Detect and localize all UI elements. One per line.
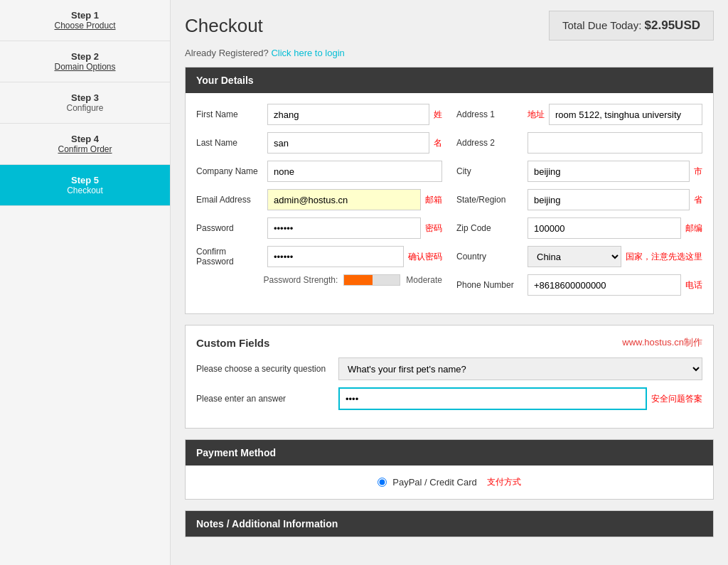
zip-hint: 邮编 [685,222,702,235]
last-name-label: Last Name [196,138,267,148]
password-input[interactable] [267,217,421,239]
step5-sub: Checkout [7,185,163,195]
answer-input[interactable] [338,387,647,410]
state-input[interactable] [528,189,690,210]
email-input[interactable] [267,189,421,210]
country-row: Country China United States 国家，注意先选这里 [456,246,702,267]
confirm-password-label: Confirm Password [196,247,267,267]
step4-sub: Confirm Order [7,144,163,154]
confirm-password-hint: 确认密码 [408,251,442,263]
state-hint: 省 [694,194,702,206]
pwd-bar-empty [373,275,400,285]
paypal-radio[interactable] [378,478,387,487]
password-strength-row: Password Strength: Moderate [196,274,442,286]
city-label: City [456,166,528,176]
first-name-row: First Name 姓 [196,104,442,125]
first-name-label: First Name [196,109,267,119]
zip-row: Zip Code 邮编 [456,217,702,239]
first-name-hint: 姓 [434,109,442,121]
already-registered: Already Registered? Click here to login [185,48,714,58]
phone-input[interactable] [528,274,681,296]
custom-fields-header-row: Custom Fields www.hostus.cn制作 [196,336,702,349]
security-question-row: Please choose a security question What's… [196,357,702,380]
address1-label: Address 1 [456,109,528,119]
payment-header: Payment Method [186,440,713,466]
sidebar-item-step4[interactable]: Step 4 Confirm Order [0,124,170,165]
address2-input[interactable] [528,132,702,154]
security-question-label: Please choose a security question [196,364,338,374]
answer-hint: 安全问题答案 [651,393,702,405]
security-question-select[interactable]: What's your first pet's name? What's you… [338,357,702,380]
phone-label: Phone Number [456,280,528,290]
payment-body: PayPal / Credit Card 支付方式 [186,466,713,499]
password-hint: 密码 [425,222,442,235]
step2-label: Step 2 [7,51,163,62]
last-name-hint: 名 [434,137,442,149]
zip-label: Zip Code [456,223,528,233]
answer-label: Please enter an answer [196,394,338,404]
step2-sub: Domain Options [7,62,163,72]
sidebar-item-step1[interactable]: Step 1 Choose Product [0,0,170,41]
paypal-label: PayPal / Credit Card [392,477,477,488]
city-row: City 市 [456,161,702,182]
sidebar: Step 1 Choose Product Step 2 Domain Opti… [0,0,171,565]
your-details-body: First Name 姓 Last Name 名 Company Name [186,93,713,313]
step3-sub: Configure [7,103,163,113]
total-amount: $2.95USD [645,18,700,32]
custom-fields-link: www.hostus.cn制作 [622,336,702,349]
pwd-strength-label: Password Strength: [264,275,338,285]
step1-label: Step 1 [7,10,163,21]
payment-method-section: Payment Method PayPal / Credit Card 支付方式 [185,439,714,500]
pwd-bar [343,274,400,286]
state-label: State/Region [456,195,528,205]
step3-label: Step 3 [7,92,163,103]
total-label: Total Due Today: [562,19,641,31]
zip-input[interactable] [528,217,681,239]
confirm-password-input[interactable] [267,246,404,267]
main-content: Checkout Total Due Today: $2.95USD Alrea… [171,0,728,565]
city-input[interactable] [528,161,690,182]
custom-fields-body: Custom Fields www.hostus.cn制作 Please cho… [186,325,713,428]
paypal-hint: 支付方式 [487,476,521,488]
last-name-row: Last Name 名 [196,132,442,154]
header-row: Checkout Total Due Today: $2.95USD [185,11,714,41]
custom-fields-section: Custom Fields www.hostus.cn制作 Please cho… [185,325,714,429]
step1-sub: Choose Product [7,21,163,31]
address1-hint: 地址 [528,109,545,121]
first-name-input[interactable] [267,104,429,125]
last-name-input[interactable] [267,132,429,154]
sidebar-item-step3[interactable]: Step 3 Configure [0,82,170,124]
pwd-bar-fill [344,275,373,285]
phone-hint: 电话 [685,279,702,291]
custom-fields-title: Custom Fields [196,337,269,349]
email-hint: 邮箱 [425,194,442,206]
country-hint: 国家，注意先选这里 [626,251,702,263]
your-details-header: Your Details [186,68,713,93]
pwd-strength-text: Moderate [406,275,442,285]
country-label: Country [456,252,528,262]
payment-option: PayPal / Credit Card 支付方式 [378,476,521,488]
address1-input[interactable] [549,104,702,125]
country-select[interactable]: China United States [528,246,621,267]
company-input[interactable] [267,161,442,182]
email-row: Email Address 邮箱 [196,189,442,210]
answer-row: Please enter an answer 安全问题答案 [196,387,702,410]
total-box: Total Due Today: $2.95USD [549,11,714,41]
details-left-col: First Name 姓 Last Name 名 Company Name [196,104,442,303]
step5-label: Step 5 [7,175,163,185]
notes-header: Notes / Additional Information [186,511,713,537]
details-grid: First Name 姓 Last Name 名 Company Name [196,104,702,303]
confirm-password-row: Confirm Password 确认密码 [196,246,442,267]
sidebar-item-step2[interactable]: Step 2 Domain Options [0,41,170,82]
page-title: Checkout [185,15,263,37]
company-row: Company Name [196,161,442,182]
password-label: Password [196,223,267,233]
login-link[interactable]: Click here to login [271,48,344,58]
address2-label: Address 2 [456,138,528,148]
details-right-col: Address 1 地址 Address 2 City 市 State [456,104,702,303]
city-hint: 市 [694,166,702,178]
your-details-section: Your Details First Name 姓 Last Name 名 [185,67,714,314]
address2-row: Address 2 [456,132,702,154]
already-registered-text: Already Registered? [185,48,269,58]
sidebar-item-step5[interactable]: Step 5 Checkout [0,165,170,206]
